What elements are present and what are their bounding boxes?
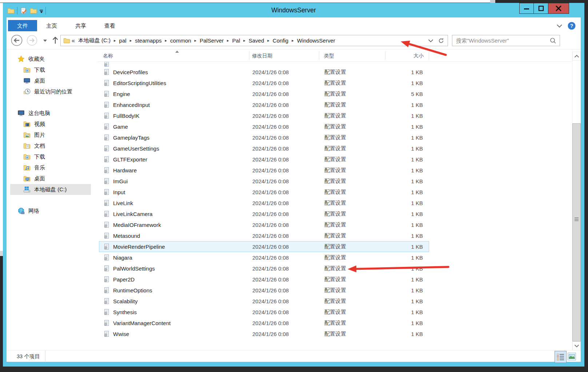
file-row-MovieRenderPipeline[interactable]: MovieRenderPipeline2024/1/26 0:08配置设置1 K… bbox=[99, 241, 429, 252]
breadcrumb-separator[interactable]: ▸ bbox=[112, 38, 118, 43]
breadcrumb-separator[interactable]: ▸ bbox=[289, 38, 296, 43]
details-view-button[interactable] bbox=[555, 351, 567, 363]
tab-查看[interactable]: 查看 bbox=[95, 20, 124, 31]
search-input[interactable] bbox=[452, 37, 548, 44]
file-row-VariantManagerContent[interactable]: VariantManagerContent2024/1/26 0:08配置设置1… bbox=[99, 317, 429, 328]
breadcrumb-separator[interactable]: ▸ bbox=[192, 38, 199, 43]
breadcrumb-pal[interactable]: pal bbox=[118, 37, 128, 44]
breadcrumb-steamapps[interactable]: steamapps bbox=[134, 37, 163, 44]
column-header-type[interactable]: 类型 bbox=[319, 51, 385, 60]
file-row-MediaIOFramework[interactable]: MediaIOFramework2024/1/26 0:08配置设置1 KB bbox=[99, 219, 429, 230]
file-row-Input[interactable]: Input2024/1/26 0:08配置设置1 KB bbox=[99, 187, 429, 197]
file-row-LiveLinkCamera[interactable]: LiveLinkCamera2024/1/26 0:08配置设置1 KB bbox=[99, 208, 429, 219]
tab-主页[interactable]: 主页 bbox=[37, 20, 66, 31]
file-row-Paper2D[interactable]: Paper2D2024/1/26 0:08配置设置1 KB bbox=[99, 274, 429, 285]
explorer-window-icon[interactable] bbox=[7, 7, 15, 15]
breadcrumb-common[interactable]: common bbox=[169, 37, 192, 44]
tab-文件[interactable]: 文件 bbox=[8, 20, 37, 31]
file-size: 1 KB bbox=[386, 156, 427, 163]
scrollbar-thumb[interactable] bbox=[572, 123, 581, 341]
file-row-Wwise[interactable]: Wwise2024/1/26 0:08配置设置1 KB bbox=[99, 328, 429, 339]
breadcrumb-separator[interactable]: ▸ bbox=[225, 38, 231, 43]
sidebar-item-这台电脑[interactable]: 这台电脑 bbox=[10, 108, 91, 119]
up-button[interactable] bbox=[52, 36, 59, 45]
file-row-GLTFExporter[interactable]: GLTFExporter2024/1/26 0:08配置设置1 KB bbox=[99, 154, 429, 165]
breadcrumb-本地磁盘 (C:)[interactable]: 本地磁盘 (C:) bbox=[77, 37, 112, 44]
file-row-GameUserSettings[interactable]: GameUserSettings2024/1/26 0:08配置设置1 KB bbox=[99, 143, 429, 154]
scroll-down-button[interactable] bbox=[572, 341, 581, 351]
breadcrumb-separator[interactable]: ▸ bbox=[128, 38, 134, 43]
maximize-button[interactable] bbox=[534, 3, 548, 14]
file-row-PalWorldSettings[interactable]: PalWorldSettings2024/1/26 0:08配置设置1 KB bbox=[99, 263, 429, 274]
file-row-LiveLink[interactable]: LiveLink2024/1/26 0:08配置设置1 KB bbox=[99, 197, 429, 208]
breadcrumb-Config[interactable]: Config bbox=[272, 37, 289, 44]
file-type: 配置设置 bbox=[320, 145, 386, 152]
sidebar-item-桌面[interactable]: 桌面 bbox=[10, 173, 91, 184]
sidebar-item-下载[interactable]: 下载 bbox=[10, 151, 91, 162]
sidebar-item-视频[interactable]: 视频 bbox=[10, 119, 91, 129]
back-button[interactable] bbox=[11, 35, 23, 46]
sidebar-item-图片[interactable]: 图片 bbox=[10, 129, 91, 140]
file-size: 1 KB bbox=[386, 200, 427, 206]
breadcrumb-overflow[interactable]: « bbox=[70, 37, 77, 44]
collapse-ribbon-chevron[interactable] bbox=[556, 24, 563, 28]
help-icon[interactable]: ? bbox=[568, 22, 576, 30]
config-file-icon bbox=[103, 211, 110, 217]
forward-button[interactable] bbox=[27, 35, 37, 46]
sidebar-item-文档[interactable]: 文档 bbox=[10, 140, 91, 151]
sidebar-item-最近访问的位置[interactable]: 最近访问的位置 bbox=[10, 86, 91, 97]
computer-icon bbox=[17, 109, 25, 117]
file-row-Game[interactable]: Game2024/1/26 0:08配置设置1 KB bbox=[99, 121, 429, 132]
monitor-icon bbox=[23, 77, 31, 84]
breadcrumb-separator[interactable]: ▸ bbox=[163, 38, 169, 43]
new-folder-icon[interactable] bbox=[30, 7, 37, 15]
file-row-GameplayTags[interactable]: GameplayTags2024/1/26 0:08配置设置1 KB bbox=[99, 132, 429, 143]
file-row-Metasound[interactable]: Metasound2024/1/26 0:08配置设置1 KB bbox=[99, 230, 429, 241]
sidebar-item-音乐[interactable]: 音乐 bbox=[10, 162, 91, 173]
file-size: 1 KB bbox=[386, 113, 427, 119]
titlebar[interactable]: WindowsServer bbox=[3, 3, 584, 17]
address-bar[interactable]: « 本地磁盘 (C:)▸pal▸steamapps▸common▸PalServ… bbox=[60, 35, 448, 46]
breadcrumb-Pal[interactable]: Pal bbox=[231, 37, 241, 44]
column-header-name[interactable]: 名称 bbox=[97, 51, 249, 60]
sidebar-item-桌面[interactable]: 桌面 bbox=[10, 75, 91, 86]
breadcrumb-WindowsServer[interactable]: WindowsServer bbox=[296, 37, 336, 44]
column-header-date[interactable]: 修改日期 bbox=[249, 51, 319, 60]
address-history-chevron[interactable] bbox=[428, 39, 433, 43]
vertical-scrollbar[interactable] bbox=[572, 49, 581, 350]
customize-toolbar-caret[interactable] bbox=[40, 8, 43, 13]
config-file-icon bbox=[103, 243, 110, 250]
thumbnails-view-button[interactable] bbox=[568, 353, 576, 360]
sidebar-item-收藏夹[interactable]: 收藏夹 bbox=[10, 53, 91, 64]
refresh-icon[interactable] bbox=[438, 37, 444, 44]
file-row-EditorScriptingUtilities[interactable]: EditorScriptingUtilities2024/1/26 0:08配置… bbox=[99, 77, 429, 88]
properties-check-icon[interactable] bbox=[20, 7, 27, 15]
column-header-size[interactable]: 大小 bbox=[385, 51, 429, 60]
sidebar-item-下载[interactable]: 下载 bbox=[10, 64, 91, 75]
file-row-RuntimeOptions[interactable]: RuntimeOptions2024/1/26 0:08配置设置1 KB bbox=[99, 285, 429, 296]
sidebar-item-网络[interactable]: 网络 bbox=[10, 205, 91, 216]
scroll-up-button[interactable] bbox=[572, 52, 581, 61]
search-icon[interactable] bbox=[550, 37, 556, 44]
breadcrumb-Saved[interactable]: Saved bbox=[248, 37, 265, 44]
file-row-Engine[interactable]: Engine2024/1/26 0:08配置设置5 KB bbox=[99, 88, 429, 99]
close-button[interactable] bbox=[548, 3, 569, 14]
file-row-ImGui[interactable]: ImGui2024/1/26 0:08配置设置1 KB bbox=[99, 176, 429, 187]
sidebar-item-本地磁盘 (C:)[interactable]: 本地磁盘 (C:) bbox=[10, 184, 91, 195]
file-row-Synthesis[interactable]: Synthesis2024/1/26 0:08配置设置1 KB bbox=[99, 307, 429, 317]
file-row-DeviceProfiles[interactable]: DeviceProfiles2024/1/26 0:08配置设置1 KB bbox=[99, 67, 429, 77]
file-date: 2024/1/26 0:08 bbox=[250, 320, 320, 326]
file-row-Scalability[interactable]: Scalability2024/1/26 0:08配置设置1 KB bbox=[99, 296, 429, 307]
folder-music-icon bbox=[23, 164, 31, 171]
search-box[interactable] bbox=[452, 35, 560, 46]
file-row-FullBodyIK[interactable]: FullBodyIK2024/1/26 0:08配置设置1 KB bbox=[99, 110, 429, 121]
minimize-button[interactable] bbox=[519, 3, 534, 14]
breadcrumb-separator[interactable]: ▸ bbox=[265, 38, 272, 43]
recent-locations-caret[interactable] bbox=[43, 40, 47, 42]
breadcrumb-PalServer[interactable]: PalServer bbox=[199, 37, 225, 44]
breadcrumb-separator[interactable]: ▸ bbox=[241, 38, 248, 43]
file-row-EnhancedInput[interactable]: EnhancedInput2024/1/26 0:08配置设置1 KB bbox=[99, 99, 429, 110]
file-row-Hardware[interactable]: Hardware2024/1/26 0:08配置设置1 KB bbox=[99, 165, 429, 176]
file-row-Niagara[interactable]: Niagara2024/1/26 0:08配置设置1 KB bbox=[99, 252, 429, 263]
tab-共享[interactable]: 共享 bbox=[66, 20, 95, 31]
